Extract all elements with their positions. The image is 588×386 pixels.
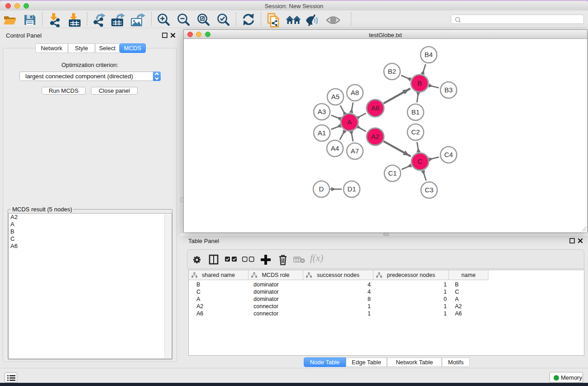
svg-text:B1: B1 — [411, 108, 420, 116]
svg-text:C1: C1 — [388, 169, 397, 177]
svg-text:B3: B3 — [445, 86, 453, 94]
svg-text:B: B — [417, 79, 422, 87]
svg-text:A: A — [347, 118, 352, 126]
svg-text:C4: C4 — [444, 151, 453, 158]
svg-text:A1: A1 — [318, 129, 326, 137]
svg-text:A4: A4 — [331, 144, 339, 152]
svg-text:C: C — [418, 157, 423, 165]
svg-text:A7: A7 — [351, 147, 359, 155]
svg-text:A2: A2 — [371, 133, 379, 140]
svg-text:D1: D1 — [347, 185, 356, 193]
svg-text:B2: B2 — [388, 67, 396, 75]
svg-text:C3: C3 — [425, 186, 433, 194]
svg-text:A6: A6 — [371, 104, 379, 112]
svg-text:A5: A5 — [331, 93, 339, 100]
svg-text:D: D — [319, 185, 324, 193]
svg-text:B4: B4 — [425, 51, 433, 58]
svg-text:A3: A3 — [318, 108, 326, 115]
svg-text:C2: C2 — [411, 128, 420, 136]
svg-text:A8: A8 — [351, 89, 359, 96]
